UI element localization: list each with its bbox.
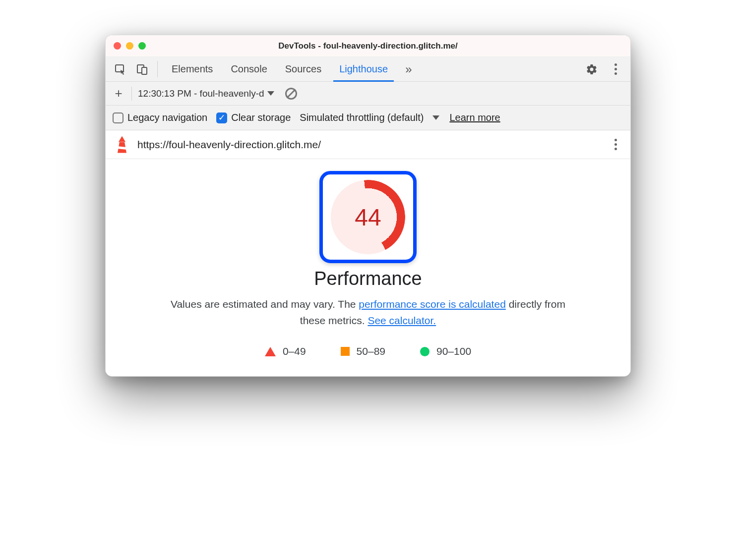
clear-icon: [285, 88, 297, 100]
kebab-menu-icon: [610, 139, 621, 150]
settings-gear-icon[interactable]: [582, 63, 602, 75]
report-select-label: 12:30:13 PM - foul-heavenly-d: [138, 88, 264, 99]
performance-description: Values are estimated and may vary. The p…: [165, 296, 571, 329]
window-controls: [114, 42, 146, 50]
checkbox-checked-icon: ✓: [216, 112, 227, 123]
report-url: https://foul-heavenly-direction.glitch.m…: [137, 139, 321, 151]
legacy-navigation-checkbox[interactable]: Legacy navigation: [113, 112, 207, 123]
performance-gauge[interactable]: 44: [331, 180, 405, 254]
titlebar: DevTools - foul-heavenly-direction.glitc…: [106, 35, 630, 57]
tab-sources[interactable]: Sources: [276, 57, 330, 81]
legend-good: 90–100: [420, 345, 471, 357]
lighthouse-logo-icon: [115, 136, 129, 153]
chevron-down-icon: [432, 115, 439, 120]
legend-good-label: 90–100: [436, 345, 471, 357]
lighthouse-toolbar: + 12:30:13 PM - foul-heavenly-d: [106, 82, 630, 106]
clear-storage-label: Clear storage: [231, 112, 291, 123]
maximize-window-button[interactable]: [138, 42, 146, 50]
new-report-button[interactable]: +: [112, 86, 125, 101]
see-calculator-link[interactable]: See calculator.: [368, 315, 436, 326]
chevron-down-icon: [267, 91, 274, 96]
score-calculated-link[interactable]: performance score is calculated: [359, 298, 505, 310]
more-tabs-icon[interactable]: »: [399, 57, 419, 81]
tab-console[interactable]: Console: [222, 57, 276, 81]
devtools-window: DevTools - foul-heavenly-direction.glitc…: [105, 35, 631, 377]
svg-rect-2: [142, 67, 147, 74]
circle-icon: [420, 347, 429, 356]
lighthouse-report: 44 Performance Values are estimated and …: [106, 159, 630, 376]
square-icon: [341, 347, 350, 356]
tab-elements[interactable]: Elements: [163, 57, 222, 81]
panel-tabs: Elements Console Sources Lighthouse: [163, 57, 397, 81]
divider: [131, 87, 132, 101]
legend-poor-label: 0–49: [283, 345, 306, 357]
throttling-label: Simulated throttling (default): [300, 112, 424, 123]
window-title: DevTools - foul-heavenly-direction.glitc…: [106, 41, 630, 51]
clear-reports-button[interactable]: [285, 88, 297, 100]
learn-more-link[interactable]: Learn more: [449, 112, 500, 123]
legacy-navigation-label: Legacy navigation: [127, 112, 207, 123]
close-window-button[interactable]: [114, 42, 121, 50]
throttling-select[interactable]: Simulated throttling (default): [300, 112, 439, 123]
report-menu-button[interactable]: [610, 139, 621, 150]
score-legend: 0–49 50–89 90–100: [116, 345, 620, 357]
checkbox-unchecked-icon: [113, 112, 123, 123]
performance-heading: Performance: [116, 268, 620, 289]
kebab-menu-icon[interactable]: [606, 63, 625, 75]
inspect-element-icon[interactable]: [111, 57, 130, 81]
divider: [157, 61, 158, 77]
lighthouse-options: Legacy navigation ✓ Clear storage Simula…: [106, 106, 630, 130]
legend-poor: 0–49: [265, 345, 306, 357]
device-toolbar-icon[interactable]: [132, 57, 152, 81]
legend-average-label: 50–89: [357, 345, 385, 357]
clear-storage-checkbox[interactable]: ✓ Clear storage: [216, 112, 291, 123]
report-select[interactable]: 12:30:13 PM - foul-heavenly-d: [138, 88, 274, 99]
performance-score: 44: [331, 180, 405, 254]
legend-average: 50–89: [341, 345, 385, 357]
minimize-window-button[interactable]: [126, 42, 133, 50]
tab-lighthouse[interactable]: Lighthouse: [330, 57, 397, 81]
triangle-icon: [265, 347, 276, 356]
report-url-bar: https://foul-heavenly-direction.glitch.m…: [106, 130, 630, 159]
main-toolbar: Elements Console Sources Lighthouse »: [106, 57, 630, 82]
performance-gauge-highlight: 44: [319, 171, 417, 263]
